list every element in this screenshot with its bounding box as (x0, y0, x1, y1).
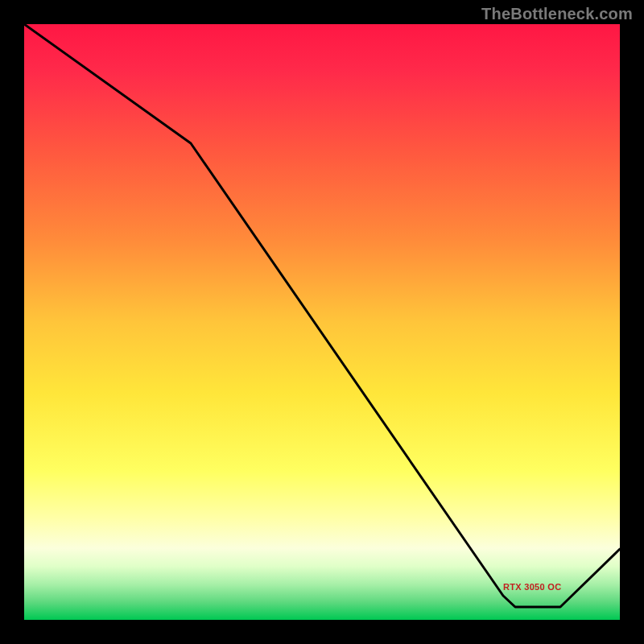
chart-canvas: TheBottleneck.com (0, 0, 644, 644)
chart-svg (24, 24, 620, 620)
gradient-background (24, 24, 620, 620)
watermark-text: TheBottleneck.com (481, 5, 633, 23)
plot-frame (24, 24, 620, 620)
flat-segment-label: RTX 3050 OC (503, 582, 561, 592)
